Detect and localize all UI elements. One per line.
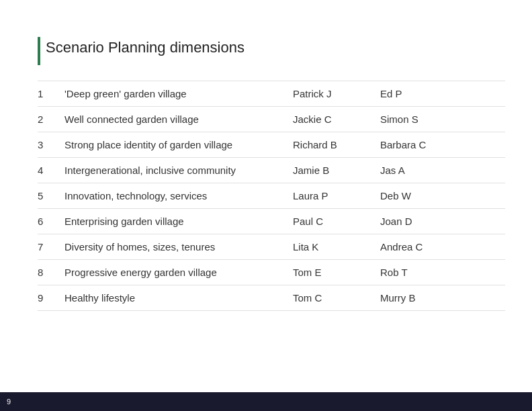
footer-page-num: 9 (7, 398, 11, 406)
row-person2: Simon S (380, 113, 468, 125)
table-row: 1 'Deep green' garden village Patrick J … (38, 81, 505, 107)
row-num: 9 (38, 292, 64, 304)
table-row: 8 Progressive energy garden village Tom … (38, 260, 505, 285)
row-person1: Paul C (293, 216, 380, 227)
row-desc: 'Deep green' garden village (64, 88, 293, 99)
row-num: 7 (38, 241, 64, 253)
page-container: Scenario Planning dimensions 1 'Deep gre… (0, 0, 532, 411)
row-person1: Tom C (293, 292, 380, 304)
row-person2: Murry B (380, 292, 468, 304)
row-person1: Patrick J (293, 88, 380, 99)
table-row: 2 Well connected garden village Jackie C… (38, 107, 505, 132)
footer-bar: 9 (0, 392, 532, 411)
row-desc: Strong place identity of garden village (64, 139, 293, 150)
accent-bar (38, 37, 40, 65)
row-desc: Enterprising garden village (64, 216, 293, 227)
table-row: 5 Innovation, technology, services Laura… (38, 183, 505, 209)
row-person1: Jamie B (293, 165, 380, 176)
table-row: 9 Healthy lifestyle Tom C Murry B (38, 285, 505, 311)
table-row: 3 Strong place identity of garden villag… (38, 132, 505, 158)
row-person2: Andrea C (380, 241, 468, 253)
row-desc: Diversity of homes, sizes, tenures (64, 241, 293, 253)
row-desc: Healthy lifestyle (64, 292, 293, 304)
row-person1: Tom E (293, 267, 380, 278)
table-row: 7 Diversity of homes, sizes, tenures Lit… (38, 234, 505, 260)
table-container: 1 'Deep green' garden village Patrick J … (38, 81, 505, 311)
row-person1: Lita K (293, 241, 380, 253)
row-desc: Intergenerational, inclusive community (64, 165, 293, 176)
row-num: 2 (38, 113, 64, 125)
row-num: 3 (38, 139, 64, 150)
row-desc: Innovation, technology, services (64, 190, 293, 201)
row-num: 1 (38, 88, 64, 99)
row-person2: Ed P (380, 88, 468, 99)
row-desc: Well connected garden village (64, 113, 293, 125)
page-title: Scenario Planning dimensions (46, 39, 245, 56)
row-person2: Rob T (380, 267, 468, 278)
row-person2: Jas A (380, 165, 468, 176)
row-num: 4 (38, 165, 64, 176)
row-num: 6 (38, 216, 64, 227)
row-num: 8 (38, 267, 64, 278)
row-person1: Jackie C (293, 113, 380, 125)
row-num: 5 (38, 190, 64, 201)
row-person2: Deb W (380, 190, 468, 201)
row-person2: Joan D (380, 216, 468, 227)
row-person2: Barbara C (380, 139, 468, 150)
row-person1: Richard B (293, 139, 380, 150)
table-row: 6 Enterprising garden village Paul C Joa… (38, 209, 505, 234)
row-person1: Laura P (293, 190, 380, 201)
row-desc: Progressive energy garden village (64, 267, 293, 278)
table-row: 4 Intergenerational, inclusive community… (38, 158, 505, 183)
